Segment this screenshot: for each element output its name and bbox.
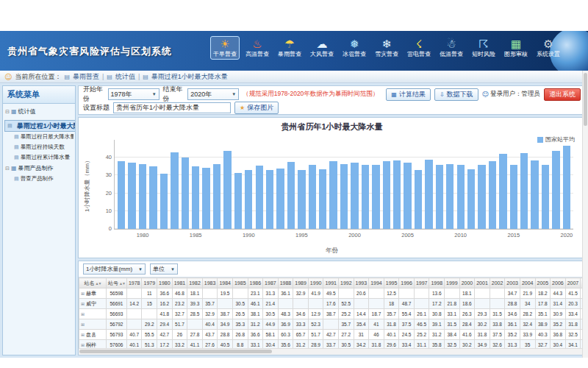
- nav-item-干旱普查[interactable]: ☀干旱普查: [210, 36, 240, 60]
- bar-1978: [118, 161, 125, 229]
- col-header-year-1982[interactable]: 1982: [187, 278, 203, 289]
- value-cell: 31.4: [551, 299, 566, 309]
- col-header-year-2002[interactable]: 2002: [490, 278, 505, 289]
- col-header-year-2004[interactable]: 2004: [520, 278, 535, 289]
- tree-group-统计值[interactable]: ⊟▦统计值: [4, 106, 74, 117]
- col-header-year-2006[interactable]: 2006: [551, 278, 566, 289]
- collapse-icon[interactable]: ⊟: [5, 109, 10, 115]
- nav-item-短时风险[interactable]: ☈短时风险: [469, 36, 498, 60]
- value-cell: 35.1: [535, 309, 551, 319]
- col-header-year-1983[interactable]: 1983: [202, 278, 218, 289]
- main-region: 系统菜单 ⊟▦统计值▤暴雨过程1小时最大降水量▤暴雨过程日最大降水量▤暴雨过程持…: [0, 83, 588, 358]
- nav-item-暴雨普查[interactable]: ☂暴雨普查: [275, 36, 304, 60]
- nav-item-雷电普查[interactable]: ☇雷电普查: [404, 36, 434, 60]
- col-header-year-1978[interactable]: 1978: [126, 278, 142, 289]
- col-header-year-1993[interactable]: 1993: [354, 278, 369, 289]
- value-cell: 31.8: [565, 319, 581, 330]
- tree-item-暴雨过程持续天数[interactable]: ▤暴雨过程持续天数: [4, 142, 74, 152]
- col-header-year-1979[interactable]: 1979: [142, 278, 157, 289]
- vertical-scrollbar-thumb[interactable]: [584, 73, 587, 126]
- col-header-year-1995[interactable]: 1995: [384, 278, 399, 289]
- expand-icon[interactable]: ⊞: [81, 332, 85, 337]
- col-header-year-1994[interactable]: 1994: [369, 278, 384, 289]
- bar-2004: [393, 160, 401, 229]
- expand-icon[interactable]: ⊞: [81, 342, 85, 347]
- col-header-year-1992[interactable]: 1992: [339, 278, 354, 289]
- col-header-year-1981[interactable]: 1981: [172, 278, 187, 289]
- value-type-select[interactable]: 1小时降水量(mm) ▼: [83, 263, 146, 275]
- value-cell: 21.9: [520, 289, 535, 299]
- unit-select[interactable]: 单位 ▼: [150, 263, 178, 275]
- end-year-select[interactable]: 2020年 ▼: [187, 88, 239, 100]
- expand-icon[interactable]: ⊞: [81, 291, 85, 296]
- collapse-icon[interactable]: ⊟: [5, 166, 10, 171]
- horizontal-scrollbar-thumb[interactable]: [79, 350, 272, 353]
- col-header-station-name[interactable]: 站名▲▼: [79, 278, 107, 289]
- tree-group-暴雨产品制作[interactable]: ⊟▦暴雨产品制作: [4, 163, 74, 174]
- col-header-year-1991[interactable]: 1991: [323, 278, 339, 289]
- value-cell: [369, 299, 384, 309]
- tree-item-label: 暴雨过程日最大降水量: [21, 133, 74, 141]
- nav-item-高温普查[interactable]: ♨高温普查: [243, 36, 272, 60]
- x-tick-label: 1980: [137, 232, 149, 238]
- expand-icon[interactable]: ⊞: [81, 301, 85, 306]
- col-header-year-2007[interactable]: 2007: [565, 278, 581, 289]
- nav-item-雪灾普查[interactable]: ❄雪灾普查: [372, 36, 401, 60]
- station-id-cell: 56691: [107, 299, 127, 309]
- download-data-button[interactable]: ⇩ 数据下载: [434, 88, 478, 101]
- nav-item-低温普查[interactable]: ☃低温普查: [437, 36, 466, 60]
- value-cell: 16.2: [157, 299, 173, 309]
- expand-icon[interactable]: ⊞: [81, 322, 85, 327]
- col-header-station-id[interactable]: 站号▲▼: [107, 278, 127, 289]
- start-year-select[interactable]: 1978年 ▼: [108, 88, 159, 100]
- nav-item-系统设置[interactable]: ⚙系统设置: [534, 36, 563, 60]
- col-header-year-1998[interactable]: 1998: [429, 278, 445, 289]
- value-cell: 18.2: [535, 289, 551, 299]
- station-data-table: 站名▲▼站号▲▼19781979198019811982198319841985…: [79, 277, 585, 348]
- nav-item-大风普查[interactable]: ☁大风普查: [307, 36, 337, 60]
- col-header-year-1989[interactable]: 1989: [293, 278, 309, 289]
- value-cell: 33.1: [445, 309, 460, 319]
- tree-item-暴雨过程1小时最大降水量[interactable]: ▤暴雨过程1小时最大降水量: [4, 120, 75, 132]
- bar-slot-2004: [392, 140, 402, 229]
- value-cell: 39.3: [187, 299, 203, 309]
- value-cell: 31.3: [505, 340, 520, 349]
- value-cell: 52.3: [308, 319, 323, 330]
- value-cell: [475, 289, 490, 299]
- col-header-year-2005[interactable]: 2005: [535, 278, 551, 289]
- calculate-button[interactable]: ▦ 计算结果: [386, 88, 431, 101]
- tree-item-暴雨过程日最大降水量[interactable]: ▤暴雨过程日最大降水量: [4, 132, 74, 142]
- breadcrumb-item[interactable]: 统计值: [115, 72, 135, 82]
- nav-item-图形审核[interactable]: ▦图形审核: [501, 36, 531, 60]
- horizontal-scrollbar[interactable]: [79, 348, 585, 355]
- col-header-year-1984[interactable]: 1984: [218, 278, 233, 289]
- breadcrumb-item[interactable]: 暴雨普查: [73, 72, 99, 82]
- table-row: ⊞ 威宁5669114.21516.223.239.335.730.546.12…: [79, 299, 586, 309]
- value-cell: 37.5: [490, 330, 505, 340]
- col-header-year-2000[interactable]: 2000: [459, 278, 475, 289]
- sort-icon[interactable]: ▲▼: [96, 281, 101, 286]
- col-header-year-1987[interactable]: 1987: [263, 278, 279, 289]
- col-header-year-1988[interactable]: 1988: [278, 278, 293, 289]
- chart-title-input[interactable]: [113, 102, 231, 113]
- col-header-year-1985[interactable]: 1985: [232, 278, 248, 289]
- tree-item-普查产品制作[interactable]: ▤普查产品制作: [4, 174, 74, 184]
- value-cell: [126, 289, 142, 299]
- col-header-year-2001[interactable]: 2001: [475, 278, 490, 289]
- col-header-year-1997[interactable]: 1997: [414, 278, 429, 289]
- nav-item-冰雹普查[interactable]: ❅冰雹普查: [340, 36, 369, 60]
- col-header-year-2003[interactable]: 2003: [505, 278, 520, 289]
- col-header-year-1999[interactable]: 1999: [445, 278, 460, 289]
- tree-item-暴雨过程累计降水量[interactable]: ▤暴雨过程累计降水量: [4, 152, 74, 163]
- col-header-year-1980[interactable]: 1980: [157, 278, 173, 289]
- col-header-year-1986[interactable]: 1986: [248, 278, 263, 289]
- expand-icon[interactable]: ⊞: [81, 311, 85, 316]
- col-header-year-1990[interactable]: 1990: [308, 278, 323, 289]
- vertical-scrollbar[interactable]: [582, 71, 588, 358]
- sort-icon[interactable]: ▲▼: [119, 281, 125, 286]
- value-cell: 40.7: [126, 330, 142, 340]
- logout-button[interactable]: 退出系统: [544, 88, 581, 101]
- col-header-year-1996[interactable]: 1996: [399, 278, 415, 289]
- save-image-button[interactable]: ★ 保存图片: [234, 102, 279, 114]
- breadcrumb-item[interactable]: 暴雨过程1小时最大降水量: [151, 72, 228, 82]
